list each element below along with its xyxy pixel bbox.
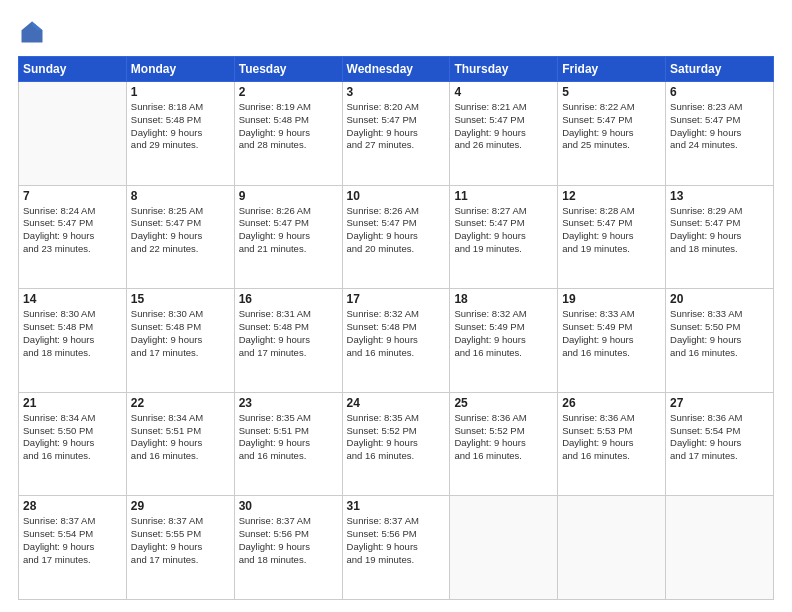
day-number: 18: [454, 292, 553, 306]
calendar-cell: 12Sunrise: 8:28 AM Sunset: 5:47 PM Dayli…: [558, 185, 666, 289]
day-number: 4: [454, 85, 553, 99]
day-info: Sunrise: 8:25 AM Sunset: 5:47 PM Dayligh…: [131, 205, 230, 256]
calendar-cell: 15Sunrise: 8:30 AM Sunset: 5:48 PM Dayli…: [126, 289, 234, 393]
day-number: 1: [131, 85, 230, 99]
calendar-week-3: 21Sunrise: 8:34 AM Sunset: 5:50 PM Dayli…: [19, 392, 774, 496]
calendar-cell: 13Sunrise: 8:29 AM Sunset: 5:47 PM Dayli…: [666, 185, 774, 289]
day-number: 10: [347, 189, 446, 203]
calendar-cell: 20Sunrise: 8:33 AM Sunset: 5:50 PM Dayli…: [666, 289, 774, 393]
logo: [18, 18, 50, 46]
day-info: Sunrise: 8:36 AM Sunset: 5:54 PM Dayligh…: [670, 412, 769, 463]
day-number: 17: [347, 292, 446, 306]
day-info: Sunrise: 8:32 AM Sunset: 5:48 PM Dayligh…: [347, 308, 446, 359]
day-number: 13: [670, 189, 769, 203]
day-info: Sunrise: 8:37 AM Sunset: 5:55 PM Dayligh…: [131, 515, 230, 566]
day-info: Sunrise: 8:37 AM Sunset: 5:56 PM Dayligh…: [347, 515, 446, 566]
day-info: Sunrise: 8:35 AM Sunset: 5:52 PM Dayligh…: [347, 412, 446, 463]
calendar-week-2: 14Sunrise: 8:30 AM Sunset: 5:48 PM Dayli…: [19, 289, 774, 393]
day-info: Sunrise: 8:34 AM Sunset: 5:50 PM Dayligh…: [23, 412, 122, 463]
calendar-cell: 30Sunrise: 8:37 AM Sunset: 5:56 PM Dayli…: [234, 496, 342, 600]
day-number: 20: [670, 292, 769, 306]
day-number: 27: [670, 396, 769, 410]
calendar-cell: 1Sunrise: 8:18 AM Sunset: 5:48 PM Daylig…: [126, 82, 234, 186]
calendar-cell: 21Sunrise: 8:34 AM Sunset: 5:50 PM Dayli…: [19, 392, 127, 496]
calendar-cell: 25Sunrise: 8:36 AM Sunset: 5:52 PM Dayli…: [450, 392, 558, 496]
calendar-cell: [450, 496, 558, 600]
day-info: Sunrise: 8:32 AM Sunset: 5:49 PM Dayligh…: [454, 308, 553, 359]
day-number: 11: [454, 189, 553, 203]
calendar-cell: 6Sunrise: 8:23 AM Sunset: 5:47 PM Daylig…: [666, 82, 774, 186]
calendar-cell: 18Sunrise: 8:32 AM Sunset: 5:49 PM Dayli…: [450, 289, 558, 393]
calendar-cell: 23Sunrise: 8:35 AM Sunset: 5:51 PM Dayli…: [234, 392, 342, 496]
calendar-cell: [558, 496, 666, 600]
day-number: 29: [131, 499, 230, 513]
calendar-cell: 17Sunrise: 8:32 AM Sunset: 5:48 PM Dayli…: [342, 289, 450, 393]
day-number: 28: [23, 499, 122, 513]
day-number: 25: [454, 396, 553, 410]
day-info: Sunrise: 8:28 AM Sunset: 5:47 PM Dayligh…: [562, 205, 661, 256]
calendar-cell: 8Sunrise: 8:25 AM Sunset: 5:47 PM Daylig…: [126, 185, 234, 289]
day-info: Sunrise: 8:37 AM Sunset: 5:56 PM Dayligh…: [239, 515, 338, 566]
page: SundayMondayTuesdayWednesdayThursdayFrid…: [0, 0, 792, 612]
day-info: Sunrise: 8:18 AM Sunset: 5:48 PM Dayligh…: [131, 101, 230, 152]
calendar-cell: 4Sunrise: 8:21 AM Sunset: 5:47 PM Daylig…: [450, 82, 558, 186]
calendar-cell: 31Sunrise: 8:37 AM Sunset: 5:56 PM Dayli…: [342, 496, 450, 600]
calendar-cell: 29Sunrise: 8:37 AM Sunset: 5:55 PM Dayli…: [126, 496, 234, 600]
calendar-week-0: 1Sunrise: 8:18 AM Sunset: 5:48 PM Daylig…: [19, 82, 774, 186]
day-info: Sunrise: 8:21 AM Sunset: 5:47 PM Dayligh…: [454, 101, 553, 152]
calendar-cell: 9Sunrise: 8:26 AM Sunset: 5:47 PM Daylig…: [234, 185, 342, 289]
calendar-cell: 11Sunrise: 8:27 AM Sunset: 5:47 PM Dayli…: [450, 185, 558, 289]
weekday-header-wednesday: Wednesday: [342, 57, 450, 82]
day-number: 21: [23, 396, 122, 410]
day-info: Sunrise: 8:26 AM Sunset: 5:47 PM Dayligh…: [347, 205, 446, 256]
day-info: Sunrise: 8:27 AM Sunset: 5:47 PM Dayligh…: [454, 205, 553, 256]
day-number: 3: [347, 85, 446, 99]
calendar-week-4: 28Sunrise: 8:37 AM Sunset: 5:54 PM Dayli…: [19, 496, 774, 600]
calendar-cell: 19Sunrise: 8:33 AM Sunset: 5:49 PM Dayli…: [558, 289, 666, 393]
day-info: Sunrise: 8:36 AM Sunset: 5:53 PM Dayligh…: [562, 412, 661, 463]
calendar-cell: 24Sunrise: 8:35 AM Sunset: 5:52 PM Dayli…: [342, 392, 450, 496]
day-number: 7: [23, 189, 122, 203]
calendar-cell: 28Sunrise: 8:37 AM Sunset: 5:54 PM Dayli…: [19, 496, 127, 600]
day-number: 12: [562, 189, 661, 203]
calendar-cell: 5Sunrise: 8:22 AM Sunset: 5:47 PM Daylig…: [558, 82, 666, 186]
day-info: Sunrise: 8:22 AM Sunset: 5:47 PM Dayligh…: [562, 101, 661, 152]
day-number: 8: [131, 189, 230, 203]
calendar-cell: 26Sunrise: 8:36 AM Sunset: 5:53 PM Dayli…: [558, 392, 666, 496]
weekday-header-sunday: Sunday: [19, 57, 127, 82]
day-info: Sunrise: 8:30 AM Sunset: 5:48 PM Dayligh…: [23, 308, 122, 359]
weekday-header-monday: Monday: [126, 57, 234, 82]
day-number: 31: [347, 499, 446, 513]
weekday-header-tuesday: Tuesday: [234, 57, 342, 82]
calendar-table: SundayMondayTuesdayWednesdayThursdayFrid…: [18, 56, 774, 600]
day-number: 16: [239, 292, 338, 306]
day-number: 22: [131, 396, 230, 410]
calendar-cell: 2Sunrise: 8:19 AM Sunset: 5:48 PM Daylig…: [234, 82, 342, 186]
day-number: 24: [347, 396, 446, 410]
day-number: 19: [562, 292, 661, 306]
day-number: 30: [239, 499, 338, 513]
calendar-cell: 16Sunrise: 8:31 AM Sunset: 5:48 PM Dayli…: [234, 289, 342, 393]
calendar-cell: 3Sunrise: 8:20 AM Sunset: 5:47 PM Daylig…: [342, 82, 450, 186]
day-info: Sunrise: 8:19 AM Sunset: 5:48 PM Dayligh…: [239, 101, 338, 152]
day-info: Sunrise: 8:36 AM Sunset: 5:52 PM Dayligh…: [454, 412, 553, 463]
day-info: Sunrise: 8:31 AM Sunset: 5:48 PM Dayligh…: [239, 308, 338, 359]
weekday-header-row: SundayMondayTuesdayWednesdayThursdayFrid…: [19, 57, 774, 82]
day-info: Sunrise: 8:24 AM Sunset: 5:47 PM Dayligh…: [23, 205, 122, 256]
day-number: 9: [239, 189, 338, 203]
day-info: Sunrise: 8:30 AM Sunset: 5:48 PM Dayligh…: [131, 308, 230, 359]
calendar-cell: 22Sunrise: 8:34 AM Sunset: 5:51 PM Dayli…: [126, 392, 234, 496]
day-number: 15: [131, 292, 230, 306]
day-info: Sunrise: 8:29 AM Sunset: 5:47 PM Dayligh…: [670, 205, 769, 256]
calendar-cell: [666, 496, 774, 600]
day-number: 26: [562, 396, 661, 410]
weekday-header-saturday: Saturday: [666, 57, 774, 82]
day-info: Sunrise: 8:34 AM Sunset: 5:51 PM Dayligh…: [131, 412, 230, 463]
logo-icon: [18, 18, 46, 46]
calendar-cell: 10Sunrise: 8:26 AM Sunset: 5:47 PM Dayli…: [342, 185, 450, 289]
day-info: Sunrise: 8:23 AM Sunset: 5:47 PM Dayligh…: [670, 101, 769, 152]
header: [18, 18, 774, 46]
weekday-header-thursday: Thursday: [450, 57, 558, 82]
day-info: Sunrise: 8:37 AM Sunset: 5:54 PM Dayligh…: [23, 515, 122, 566]
day-number: 14: [23, 292, 122, 306]
